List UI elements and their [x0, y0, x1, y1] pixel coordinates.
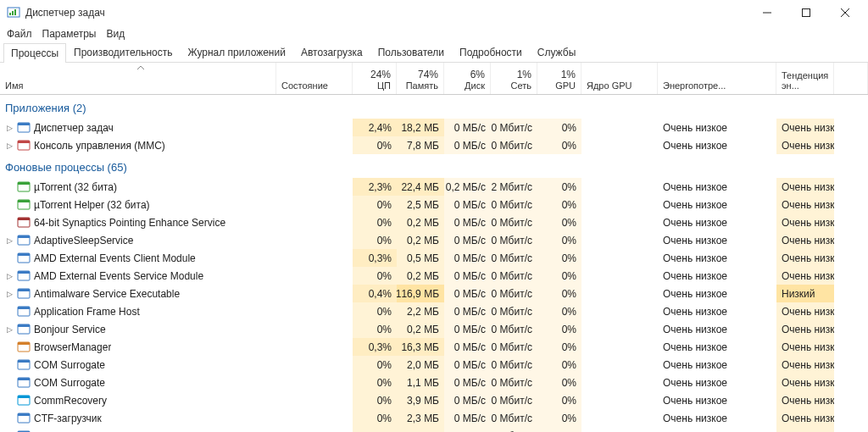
header-state[interactable]: Состояние	[276, 63, 353, 94]
process-name: Antimalware Service Executable	[34, 288, 180, 300]
tab-services[interactable]: Службы	[530, 42, 583, 62]
header-gpu[interactable]: 1%GPU	[537, 63, 581, 94]
process-power: Очень низкое	[658, 196, 776, 213]
process-gpu: 0%	[537, 231, 581, 249]
process-name-cell: CommRecovery	[0, 391, 276, 409]
process-power: Очень низкое	[658, 409, 776, 427]
process-row[interactable]: ▷Консоль управления (MMC)0%7,8 МБ0 МБ/с0…	[0, 136, 868, 154]
row-blank	[834, 231, 868, 249]
process-trend: Очень низкое	[776, 391, 834, 409]
header-disk[interactable]: 6%Диск	[444, 63, 491, 94]
process-row[interactable]: AMD External Events Client Module0,3%0,5…	[0, 249, 868, 267]
process-trend: Очень низкое	[776, 356, 834, 374]
process-state	[276, 338, 353, 356]
process-power: Очень низкое	[658, 302, 776, 320]
process-net: 0 Мбит/с	[491, 119, 537, 136]
process-name: Консоль управления (MMC)	[34, 140, 165, 152]
process-name-cell: ▷Консоль управления (MMC)	[0, 136, 276, 154]
svg-rect-36	[18, 413, 30, 416]
menu-view[interactable]: Вид	[106, 28, 125, 40]
process-row[interactable]: ▷AdaptiveSleepService0%0,2 МБ0 МБ/с0 Мби…	[0, 231, 868, 249]
process-disk: 0 МБ/с	[444, 427, 491, 432]
process-disk: 0,2 МБ/с	[444, 178, 491, 196]
process-memory: 7,8 МБ	[397, 136, 444, 154]
expand-icon[interactable]: ▷	[5, 272, 14, 280]
header-power[interactable]: Энергопотре...	[658, 63, 776, 94]
process-name: AdaptiveSleepService	[34, 235, 133, 246]
process-gpu: 0%	[537, 374, 581, 391]
process-name: AMD External Events Client Module	[34, 252, 196, 264]
process-row[interactable]: COM Surrogate0%1,1 МБ0 МБ/с0 Мбит/с0%Оче…	[0, 374, 868, 391]
expand-icon[interactable]: ▷	[5, 325, 14, 334]
process-row[interactable]: CommRecovery0%3,9 МБ0 МБ/с0 Мбит/с0%Очен…	[0, 391, 868, 409]
process-row[interactable]: BrowserManager0,3%16,3 МБ0 МБ/с0 Мбит/с0…	[0, 338, 868, 356]
maximize-button[interactable]	[787, 0, 826, 25]
process-row[interactable]: ▷Antimalware Service Executable0,4%116,9…	[0, 285, 868, 302]
process-memory: 22,4 МБ	[397, 178, 444, 196]
header-trend[interactable]: Тенденция эн...	[776, 63, 834, 94]
process-memory: 1,1 МБ	[397, 374, 444, 391]
process-net: 0 Мбит/с	[491, 267, 537, 285]
expand-icon[interactable]: ▷	[5, 236, 14, 245]
process-memory: 0,2 МБ	[397, 267, 444, 285]
process-row[interactable]: µTorrent Helper (32 бита)0%2,5 МБ0 МБ/с0…	[0, 196, 868, 213]
process-list[interactable]: Приложения (2) ▷Диспетчер задач2,4%18,2 …	[0, 95, 868, 432]
svg-rect-4	[803, 9, 810, 17]
header-cpu[interactable]: 24%ЦП	[353, 63, 397, 94]
group-background[interactable]: Фоновые процессы (65)	[0, 154, 868, 178]
process-name-cell: µTorrent Helper (32 бита)	[0, 196, 276, 213]
process-name-cell: COM Surrogate	[0, 374, 276, 391]
expand-icon[interactable]: ▷	[5, 124, 14, 132]
tab-startup[interactable]: Автозагрузка	[293, 42, 370, 62]
process-cpu: 0%	[353, 213, 397, 231]
process-power: Очень низкое	[658, 374, 776, 391]
process-net: 1,2 Мбит/с	[491, 178, 537, 196]
process-power: Очень низкое	[658, 427, 776, 432]
process-net: 0 Мбит/с	[491, 338, 537, 356]
process-name-cell: µTorrent (32 бита)	[0, 178, 276, 196]
process-row[interactable]: ▷AMD External Events Service Module0%0,2…	[0, 267, 868, 285]
tab-users[interactable]: Пользователи	[370, 42, 452, 62]
process-row[interactable]: 64-bit Synaptics Pointing Enhance Servic…	[0, 213, 868, 231]
process-gpuengine	[581, 409, 658, 427]
svg-rect-24	[18, 307, 30, 309]
tab-apphistory[interactable]: Журнал приложений	[181, 42, 293, 62]
process-cpu: 2,3%	[353, 178, 397, 196]
svg-rect-20	[18, 271, 30, 274]
header-memory[interactable]: 74%Память	[397, 63, 444, 94]
process-row[interactable]: CTF-загрузчик0%2,3 МБ0 МБ/с0 Мбит/с0%Оче…	[0, 409, 868, 427]
process-gpu: 0%	[537, 267, 581, 285]
minimize-button[interactable]	[748, 0, 787, 25]
process-trend: Очень низкое	[776, 338, 834, 356]
header-net[interactable]: 1%Сеть	[491, 63, 537, 94]
tab-performance[interactable]: Производительность	[66, 42, 180, 62]
process-memory: 116,9 МБ	[397, 285, 444, 302]
header-gpuengine[interactable]: Ядро GPU	[581, 63, 658, 94]
process-net: 0 Мбит/с	[491, 409, 537, 427]
process-row[interactable]: COM Surrogate0%2,0 МБ0 МБ/с0 Мбит/с0%Оче…	[0, 356, 868, 374]
process-power: Очень низкое	[658, 285, 776, 302]
process-row[interactable]: ▷Device Association Framework Provider H…	[0, 427, 868, 432]
process-icon	[17, 269, 31, 283]
process-disk: 0 МБ/с	[444, 249, 491, 267]
process-gpuengine	[581, 320, 658, 338]
group-apps[interactable]: Приложения (2)	[0, 95, 868, 119]
process-row[interactable]: ▷Диспетчер задач2,4%18,2 МБ0 МБ/с0 Мбит/…	[0, 119, 868, 136]
menu-options[interactable]: Параметры	[42, 28, 97, 40]
close-button[interactable]	[826, 0, 865, 25]
svg-rect-22	[18, 289, 30, 291]
process-row[interactable]: ▷Bonjour Service0%0,2 МБ0 МБ/с0 Мбит/с0%…	[0, 320, 868, 338]
process-gpuengine	[581, 178, 658, 196]
process-icon	[17, 198, 31, 212]
process-row[interactable]: Application Frame Host0%2,2 МБ0 МБ/с0 Мб…	[0, 302, 868, 320]
tab-details[interactable]: Подробности	[452, 42, 530, 62]
process-cpu: 0%	[353, 356, 397, 374]
process-row[interactable]: µTorrent (32 бита)2,3%22,4 МБ0,2 МБ/с1,2…	[0, 178, 868, 196]
process-power: Очень низкое	[658, 338, 776, 356]
expand-icon[interactable]: ▷	[5, 141, 14, 150]
process-gpu: 0%	[537, 136, 581, 154]
menu-file[interactable]: Файл	[7, 28, 32, 40]
expand-icon[interactable]: ▷	[5, 290, 14, 298]
tab-processes[interactable]: Процессы	[3, 43, 66, 63]
process-icon	[17, 429, 31, 433]
